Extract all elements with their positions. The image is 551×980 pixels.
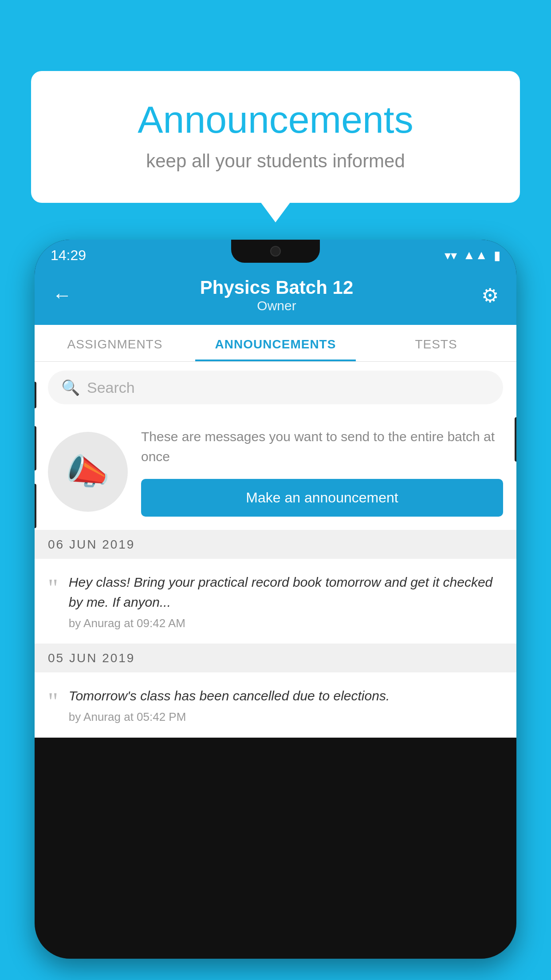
status-time: 14:29 [51, 247, 86, 264]
speech-bubble-subtitle: keep all your students informed [67, 150, 484, 172]
phone-frame: 14:29 ▾▾ ▲▲ ▮ ← Physics Batch 12 Owner ⚙… [35, 240, 516, 959]
phone-volume-down [35, 484, 36, 528]
search-input-wrap[interactable]: 🔍 Search [48, 371, 503, 404]
announcement-item-1: " Hey class! Bring your practical record… [35, 559, 516, 644]
speech-bubble-title: Announcements [67, 98, 484, 142]
announcement-text-2: Tomorrow's class has been cancelled due … [69, 686, 503, 706]
phone-screen: 🔍 Search 📣 These are messages you want t… [35, 362, 516, 738]
tab-tests[interactable]: TESTS [356, 325, 516, 361]
phone-power-button [515, 417, 516, 462]
announcement-meta-2: by Anurag at 05:42 PM [69, 710, 503, 724]
phone-notch [231, 240, 320, 263]
announcement-intro: 📣 These are messages you want to send to… [35, 413, 516, 530]
phone-volume-silent [35, 382, 36, 408]
wifi-icon: ▾▾ [445, 248, 457, 263]
announcement-description: These are messages you want to send to t… [141, 427, 503, 466]
phone-volume-up [35, 426, 36, 470]
announcement-item-2: " Tomorrow's class has been cancelled du… [35, 672, 516, 738]
back-button[interactable]: ← [52, 284, 72, 306]
settings-button[interactable]: ⚙ [481, 284, 499, 307]
make-announcement-button[interactable]: Make an announcement [141, 479, 503, 517]
header-title-group: Physics Batch 12 Owner [200, 277, 354, 313]
quote-icon-1: " [48, 576, 58, 630]
search-icon: 🔍 [61, 379, 80, 396]
status-icons: ▾▾ ▲▲ ▮ [445, 248, 500, 263]
date-divider-1: 06 JUN 2019 [35, 530, 516, 559]
announcement-content-1: Hey class! Bring your practical record b… [69, 572, 503, 630]
phone-camera [270, 246, 281, 257]
app-header: ← Physics Batch 12 Owner ⚙ [35, 266, 516, 325]
tab-assignments[interactable]: ASSIGNMENTS [35, 325, 195, 361]
announcement-icon-circle: 📣 [48, 432, 128, 512]
announcement-meta-1: by Anurag at 09:42 AM [69, 616, 503, 630]
batch-title: Physics Batch 12 [200, 277, 354, 298]
speech-bubble: Announcements keep all your students inf… [31, 71, 520, 203]
date-divider-2: 05 JUN 2019 [35, 644, 516, 672]
megaphone-icon: 📣 [66, 451, 110, 493]
speech-bubble-container: Announcements keep all your students inf… [31, 71, 520, 203]
search-bar-container: 🔍 Search [35, 362, 516, 413]
quote-icon-2: " [48, 689, 58, 724]
phone-container: 14:29 ▾▾ ▲▲ ▮ ← Physics Batch 12 Owner ⚙… [35, 240, 516, 980]
batch-role: Owner [200, 298, 354, 313]
tab-announcements[interactable]: ANNOUNCEMENTS [195, 325, 356, 361]
announcement-content-2: Tomorrow's class has been cancelled due … [69, 686, 503, 724]
signal-icon: ▲▲ [463, 248, 488, 262]
tabs-bar: ASSIGNMENTS ANNOUNCEMENTS TESTS [35, 325, 516, 362]
battery-icon: ▮ [494, 248, 500, 263]
announcement-text-1: Hey class! Bring your practical record b… [69, 572, 503, 612]
search-input[interactable]: Search [87, 379, 135, 396]
announcement-right-panel: These are messages you want to send to t… [141, 427, 503, 517]
